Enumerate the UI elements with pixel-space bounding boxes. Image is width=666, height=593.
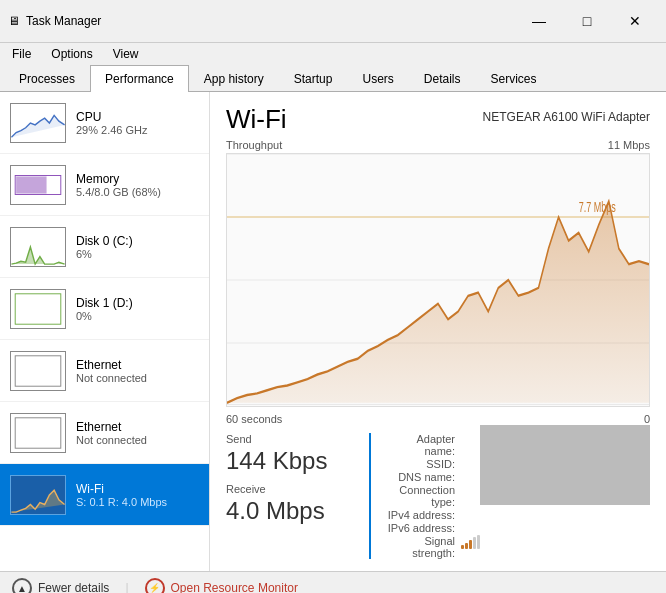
stats-row: Send 144 Kbps Receive 4.0 Mbps Adapter n… xyxy=(226,433,650,559)
sidebar-item-disk0[interactable]: Disk 0 (C:) 6% xyxy=(0,216,209,278)
svg-rect-3 xyxy=(15,355,61,385)
ipv4-key: IPv4 address: xyxy=(383,509,455,521)
signal-bar-4 xyxy=(473,537,476,549)
sidebar-item-ethernet2[interactable]: Ethernet Not connected xyxy=(0,402,209,464)
receive-value: 4.0 Mbps xyxy=(226,497,344,525)
title-bar-text: Task Manager xyxy=(26,14,510,28)
ipv6-val xyxy=(461,522,480,534)
tab-users[interactable]: Users xyxy=(347,65,408,92)
send-value: 144 Kbps xyxy=(226,447,344,475)
disk1-name: Disk 1 (D:) xyxy=(76,296,199,310)
ethernet1-info: Ethernet Not connected xyxy=(76,358,199,384)
title-bar-icon: 🖥 xyxy=(8,14,20,28)
sidebar: CPU 29% 2.46 GHz Memory 5.4/8.0 GB (68%) xyxy=(0,92,210,571)
adapter-name-val xyxy=(461,433,480,457)
svg-rect-1 xyxy=(16,176,46,193)
disk1-info: Disk 1 (D:) 0% xyxy=(76,296,199,322)
receive-block: Receive 4.0 Mbps xyxy=(226,483,356,525)
tab-processes[interactable]: Processes xyxy=(4,65,90,92)
tab-details[interactable]: Details xyxy=(409,65,476,92)
memory-sub: 5.4/8.0 GB (68%) xyxy=(76,186,199,198)
svg-marker-10 xyxy=(227,201,649,403)
ethernet1-sub: Not connected xyxy=(76,372,199,384)
main-content: CPU 29% 2.46 GHz Memory 5.4/8.0 GB (68%) xyxy=(0,92,666,571)
ethernet2-sub: Not connected xyxy=(76,434,199,446)
close-button[interactable]: ✕ xyxy=(612,6,658,36)
maximize-button[interactable]: □ xyxy=(564,6,610,36)
menu-view[interactable]: View xyxy=(105,45,147,63)
memory-mini-graph xyxy=(10,165,66,205)
signal-bar-2 xyxy=(465,543,468,549)
chart-labels-bottom: 60 seconds 0 xyxy=(226,413,650,425)
sidebar-item-wifi[interactable]: Wi-Fi S: 0.1 R: 4.0 Mbps xyxy=(0,464,209,526)
signal-bar-1 xyxy=(461,545,464,549)
detail-title: Wi-Fi xyxy=(226,104,287,135)
sidebar-item-cpu[interactable]: CPU 29% 2.46 GHz xyxy=(0,92,209,154)
disk1-mini-graph xyxy=(10,289,66,329)
dns-val xyxy=(461,471,480,483)
ethernet1-mini-graph xyxy=(10,351,66,391)
time-label: 60 seconds xyxy=(226,413,282,425)
wifi-name: Wi-Fi xyxy=(76,482,199,496)
dns-key: DNS name: xyxy=(383,471,455,483)
open-monitor-button[interactable]: ⚡ Open Resource Monitor xyxy=(145,578,298,593)
bottom-bar: ▲ Fewer details | ⚡ Open Resource Monito… xyxy=(0,571,666,593)
detail-adapter: NETGEAR A6100 WiFi Adapter xyxy=(483,110,650,124)
ssid-key: SSID: xyxy=(383,458,455,470)
send-block: Send 144 Kbps xyxy=(226,433,356,475)
open-monitor-label: Open Resource Monitor xyxy=(171,581,298,593)
wifi-mini-graph xyxy=(10,475,66,515)
ipv6-key: IPv6 address: xyxy=(383,522,455,534)
disk0-info: Disk 0 (C:) 6% xyxy=(76,234,199,260)
svg-rect-4 xyxy=(15,417,61,447)
tab-performance[interactable]: Performance xyxy=(90,65,189,92)
conntype-key: Connection type: xyxy=(383,484,455,508)
detail-header: Wi-Fi NETGEAR A6100 WiFi Adapter xyxy=(226,104,650,135)
divider: | xyxy=(125,581,128,593)
svg-text:7.7 Mbps: 7.7 Mbps xyxy=(579,199,616,216)
wifi-sub: S: 0.1 R: 4.0 Mbps xyxy=(76,496,199,508)
sidebar-item-ethernet1[interactable]: Ethernet Not connected xyxy=(0,340,209,402)
signal-bar-3 xyxy=(469,540,472,549)
sidebar-item-disk1[interactable]: Disk 1 (D:) 0% xyxy=(0,278,209,340)
title-bar: 🖥 Task Manager — □ ✕ xyxy=(0,0,666,43)
zero-label: 0 xyxy=(644,413,650,425)
menu-options[interactable]: Options xyxy=(43,45,100,63)
disk1-sub: 0% xyxy=(76,310,199,322)
receive-label: Receive xyxy=(226,483,344,495)
ssid-val xyxy=(461,458,480,470)
sidebar-item-memory[interactable]: Memory 5.4/8.0 GB (68%) xyxy=(0,154,209,216)
disk0-sub: 6% xyxy=(76,248,199,260)
monitor-icon: ⚡ xyxy=(145,578,165,593)
ethernet1-name: Ethernet xyxy=(76,358,199,372)
title-bar-controls: — □ ✕ xyxy=(516,6,658,36)
memory-name: Memory xyxy=(76,172,199,186)
signal-val xyxy=(461,535,480,559)
tab-services[interactable]: Services xyxy=(476,65,552,92)
fewer-details-icon: ▲ xyxy=(12,578,32,593)
ipv4-val xyxy=(461,509,480,521)
cpu-info: CPU 29% 2.46 GHz xyxy=(76,110,199,136)
send-label: Send xyxy=(226,433,344,445)
signal-key: Signal strength: xyxy=(383,535,455,559)
ethernet2-name: Ethernet xyxy=(76,420,199,434)
fewer-details-button[interactable]: ▲ Fewer details xyxy=(12,578,109,593)
signal-icon xyxy=(461,535,480,549)
wifi-chart-area: 7.7 Mbps xyxy=(226,153,650,407)
tab-startup[interactable]: Startup xyxy=(279,65,348,92)
adapter-image xyxy=(480,425,650,505)
minimize-button[interactable]: — xyxy=(516,6,562,36)
menu-file[interactable]: File xyxy=(4,45,39,63)
adapter-name-key: Adapter name: xyxy=(383,433,455,457)
conntype-val xyxy=(461,484,480,508)
svg-rect-2 xyxy=(15,293,61,323)
disk0-mini-graph xyxy=(10,227,66,267)
tab-apphistory[interactable]: App history xyxy=(189,65,279,92)
disk0-name: Disk 0 (C:) xyxy=(76,234,199,248)
tab-bar: Processes Performance App history Startu… xyxy=(0,65,666,92)
memory-info: Memory 5.4/8.0 GB (68%) xyxy=(76,172,199,198)
cpu-mini-graph xyxy=(10,103,66,143)
chart-labels-top: Throughput 11 Mbps xyxy=(226,139,650,151)
detail-panel: Wi-Fi NETGEAR A6100 WiFi Adapter Through… xyxy=(210,92,666,571)
fewer-details-label: Fewer details xyxy=(38,581,109,593)
